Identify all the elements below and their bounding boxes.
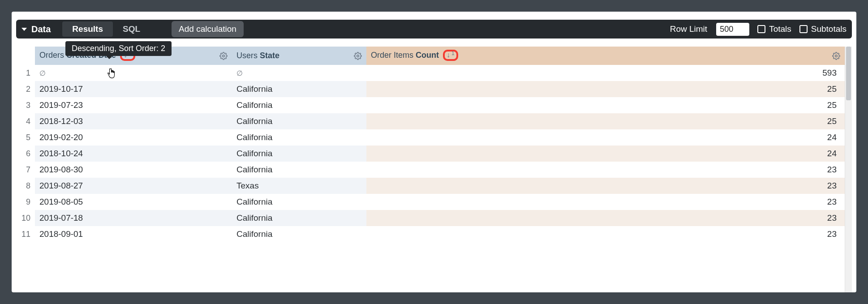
col-header-order-items-count[interactable]: Order Items Count ↓1	[366, 47, 845, 65]
cell-state[interactable]: California	[232, 210, 366, 226]
table-row[interactable]: 22019-10-17California25	[16, 81, 845, 97]
data-toolbar: Data Results SQL Add calculation Row Lim…	[16, 20, 852, 39]
table-row[interactable]: 112018-09-01California23	[16, 226, 845, 242]
col-header-users-state[interactable]: Users State	[232, 47, 366, 65]
row-number: 8	[16, 178, 35, 194]
table-row[interactable]: 62018-10-24California24	[16, 146, 845, 162]
totals-toggle[interactable]: Totals	[757, 24, 791, 34]
table-row[interactable]: 42018-12-03California25	[16, 113, 845, 129]
cell-created-date[interactable]: 2018-10-24	[35, 146, 232, 162]
totals-label: Totals	[769, 24, 791, 34]
cell-count[interactable]: 24	[366, 129, 845, 146]
row-number: 5	[16, 129, 35, 146]
col-name: Count	[416, 51, 439, 60]
cell-count[interactable]: 24	[366, 146, 845, 162]
cell-created-date[interactable]: 2019-07-18	[35, 210, 232, 226]
gear-icon[interactable]	[832, 52, 840, 60]
col-prefix: Orders	[39, 51, 66, 60]
cell-count[interactable]: 25	[366, 113, 845, 129]
cell-created-date[interactable]: 2019-08-30	[35, 162, 232, 178]
cell-created-date[interactable]: 2018-12-03	[35, 113, 232, 129]
tab-sql[interactable]: SQL	[113, 21, 150, 37]
totals-checkbox[interactable]	[757, 25, 765, 33]
row-number: 10	[16, 210, 35, 226]
subtotals-checkbox[interactable]	[799, 25, 808, 33]
row-number: 7	[16, 162, 35, 178]
tab-results[interactable]: Results	[62, 21, 113, 37]
cell-state[interactable]: ∅	[232, 65, 366, 81]
col-prefix: Order Items	[371, 51, 416, 60]
cell-created-date[interactable]: 2019-08-27	[35, 178, 232, 194]
subtotals-label: Subtotals	[811, 24, 847, 34]
vertical-scrollbar[interactable]	[845, 47, 852, 292]
add-calculation-button[interactable]: Add calculation	[172, 21, 244, 37]
data-section-label: Data	[31, 24, 51, 34]
results-tbody: 1∅∅59322019-10-17California2532019-07-23…	[16, 65, 845, 242]
cell-count[interactable]: 23	[366, 194, 845, 210]
row-number: 11	[16, 226, 35, 242]
row-limit-label: Row Limit	[670, 24, 707, 34]
cell-count[interactable]: 23	[366, 178, 845, 194]
cell-state[interactable]: California	[232, 194, 366, 210]
cell-count[interactable]: 23	[366, 226, 845, 242]
cell-count[interactable]: 25	[366, 81, 845, 97]
cell-created-date[interactable]: 2019-08-05	[35, 194, 232, 210]
tabbar: Results SQL	[62, 21, 150, 37]
table-row[interactable]: 72019-08-30California23	[16, 162, 845, 178]
table-row[interactable]: 32019-07-23California25	[16, 97, 845, 113]
col-name: State	[260, 51, 279, 60]
table-row[interactable]: 102019-07-18California23	[16, 210, 845, 226]
table-row[interactable]: 92019-08-05California23	[16, 194, 845, 210]
cell-created-date[interactable]: 2019-02-20	[35, 129, 232, 146]
cell-state[interactable]: California	[232, 97, 366, 113]
cell-count[interactable]: 25	[366, 97, 845, 113]
caret-down-icon	[21, 28, 27, 31]
table-row[interactable]: 1∅∅593	[16, 65, 845, 81]
cell-state[interactable]: California	[232, 129, 366, 146]
cell-count[interactable]: 593	[366, 65, 845, 81]
results-table: Orders Created Date ↓2 Users State Order…	[16, 47, 845, 242]
svg-point-2	[835, 55, 838, 57]
cell-state[interactable]: California	[232, 113, 366, 129]
data-section-toggle[interactable]: Data	[21, 24, 51, 34]
arrow-down-icon: ↓	[447, 51, 450, 59]
col-prefix: Users	[236, 51, 260, 60]
cell-created-date[interactable]: 2018-09-01	[35, 226, 232, 242]
row-number: 6	[16, 146, 35, 162]
cell-created-date[interactable]: 2019-07-23	[35, 97, 232, 113]
row-number: 9	[16, 194, 35, 210]
sort-tooltip: Descending, Sort Order: 2	[65, 41, 172, 56]
row-number: 1	[16, 65, 35, 81]
table-row[interactable]: 52019-02-20California24	[16, 129, 845, 146]
svg-point-0	[223, 55, 225, 57]
row-number: 2	[16, 81, 35, 97]
cell-count[interactable]: 23	[366, 162, 845, 178]
sort-indicator-count[interactable]: ↓1	[443, 50, 458, 61]
scrollbar-thumb[interactable]	[846, 47, 851, 100]
subtotals-toggle[interactable]: Subtotals	[799, 24, 847, 34]
gear-icon[interactable]	[219, 52, 228, 60]
col-rownum-header	[16, 47, 35, 65]
svg-point-1	[357, 55, 359, 57]
results-table-wrap: Orders Created Date ↓2 Users State Order…	[16, 47, 852, 292]
cell-state[interactable]: Texas	[232, 178, 366, 194]
cell-created-date[interactable]: 2019-10-17	[35, 81, 232, 97]
cell-state[interactable]: California	[232, 146, 366, 162]
cell-count[interactable]: 23	[366, 210, 845, 226]
row-number: 3	[16, 97, 35, 113]
cell-created-date[interactable]: ∅	[35, 65, 232, 81]
cell-state[interactable]: California	[232, 81, 366, 97]
data-panel: Data Results SQL Add calculation Row Lim…	[12, 12, 856, 292]
cell-state[interactable]: California	[232, 162, 366, 178]
sort-order-number: 1	[451, 50, 455, 56]
cell-state[interactable]: California	[232, 226, 366, 242]
table-row[interactable]: 82019-08-27Texas23	[16, 178, 845, 194]
gear-icon[interactable]	[354, 52, 362, 60]
row-limit-input[interactable]	[716, 23, 749, 36]
row-number: 4	[16, 113, 35, 129]
